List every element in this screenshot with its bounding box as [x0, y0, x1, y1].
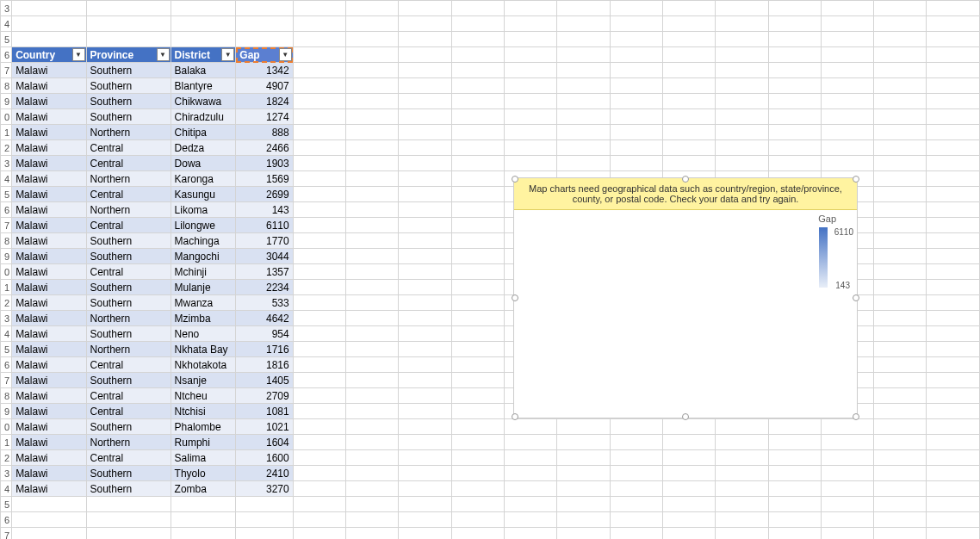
empty-cell[interactable] [927, 32, 980, 47]
data-cell[interactable]: Malawi [12, 218, 86, 233]
data-cell[interactable]: Malawi [12, 404, 86, 419]
empty-cell[interactable] [874, 528, 927, 540]
empty-cell[interactable] [504, 63, 556, 78]
empty-cell[interactable] [557, 481, 610, 497]
empty-cell[interactable] [86, 16, 171, 32]
empty-cell[interactable] [346, 342, 399, 357]
empty-cell[interactable] [927, 528, 980, 540]
empty-cell[interactable] [504, 497, 556, 512]
empty-cell[interactable] [662, 94, 715, 109]
data-cell[interactable]: 1081 [236, 404, 293, 419]
empty-cell[interactable] [346, 373, 399, 388]
empty-cell[interactable] [346, 187, 399, 202]
empty-cell[interactable] [12, 32, 86, 47]
empty-cell[interactable] [346, 156, 399, 171]
empty-cell[interactable] [399, 202, 451, 218]
empty-cell[interactable] [768, 16, 821, 32]
empty-cell[interactable] [768, 419, 821, 435]
empty-cell[interactable] [399, 1, 451, 16]
empty-cell[interactable] [504, 109, 556, 125]
data-cell[interactable]: Central [86, 404, 171, 419]
empty-cell[interactable] [451, 94, 504, 109]
empty-cell[interactable] [874, 125, 927, 140]
empty-cell[interactable] [399, 280, 451, 295]
empty-cell[interactable] [927, 311, 980, 326]
empty-cell[interactable] [236, 1, 293, 16]
empty-cell[interactable] [610, 419, 662, 435]
empty-cell[interactable] [662, 481, 715, 497]
empty-cell[interactable] [821, 497, 873, 512]
empty-cell[interactable] [399, 187, 451, 202]
empty-cell[interactable] [346, 326, 399, 342]
empty-cell[interactable] [927, 497, 980, 512]
empty-cell[interactable] [662, 497, 715, 512]
empty-cell[interactable] [821, 512, 873, 528]
empty-cell[interactable] [927, 264, 980, 280]
column-header-gap[interactable]: Gap▼ [236, 47, 293, 63]
empty-cell[interactable] [399, 156, 451, 171]
empty-cell[interactable] [293, 16, 345, 32]
empty-cell[interactable] [399, 249, 451, 264]
empty-cell[interactable] [346, 528, 399, 540]
data-cell[interactable]: 1405 [236, 373, 293, 388]
empty-cell[interactable] [293, 171, 345, 187]
empty-cell[interactable] [504, 16, 556, 32]
empty-cell[interactable] [293, 47, 345, 63]
data-cell[interactable]: Southern [86, 466, 171, 481]
empty-cell[interactable] [293, 32, 345, 47]
data-cell[interactable]: 888 [236, 125, 293, 140]
empty-cell[interactable] [12, 512, 86, 528]
empty-cell[interactable] [557, 32, 610, 47]
data-cell[interactable]: Malawi [12, 94, 86, 109]
data-cell[interactable]: Malawi [12, 326, 86, 342]
data-cell[interactable]: Salima [171, 450, 236, 466]
data-cell[interactable]: Chikwawa [171, 94, 236, 109]
empty-cell[interactable] [293, 435, 345, 450]
empty-cell[interactable] [874, 249, 927, 264]
empty-cell[interactable] [768, 1, 821, 16]
empty-cell[interactable] [557, 125, 610, 140]
empty-cell[interactable] [346, 466, 399, 481]
data-cell[interactable]: Southern [86, 109, 171, 125]
empty-cell[interactable] [346, 16, 399, 32]
empty-cell[interactable] [610, 47, 662, 63]
empty-cell[interactable] [716, 32, 768, 47]
data-cell[interactable]: Chitipa [171, 125, 236, 140]
empty-cell[interactable] [293, 450, 345, 466]
empty-cell[interactable] [451, 233, 504, 249]
empty-cell[interactable] [399, 373, 451, 388]
empty-cell[interactable] [610, 528, 662, 540]
data-cell[interactable]: Balaka [171, 63, 236, 78]
empty-cell[interactable] [768, 63, 821, 78]
empty-cell[interactable] [293, 218, 345, 233]
empty-cell[interactable] [610, 63, 662, 78]
data-cell[interactable]: 3270 [236, 481, 293, 497]
empty-cell[interactable] [927, 109, 980, 125]
data-cell[interactable]: Malawi [12, 78, 86, 94]
empty-cell[interactable] [504, 528, 556, 540]
empty-cell[interactable] [293, 249, 345, 264]
empty-cell[interactable] [451, 202, 504, 218]
empty-cell[interactable] [716, 481, 768, 497]
data-cell[interactable]: 1770 [236, 233, 293, 249]
data-cell[interactable]: 1357 [236, 264, 293, 280]
data-cell[interactable]: Central [86, 156, 171, 171]
data-cell[interactable]: Thyolo [171, 466, 236, 481]
empty-cell[interactable] [557, 497, 610, 512]
data-cell[interactable]: Malawi [12, 450, 86, 466]
empty-cell[interactable] [399, 450, 451, 466]
column-header-district[interactable]: District▼ [171, 47, 236, 63]
empty-cell[interactable] [346, 47, 399, 63]
empty-cell[interactable] [874, 481, 927, 497]
empty-cell[interactable] [927, 249, 980, 264]
empty-cell[interactable] [927, 202, 980, 218]
data-cell[interactable]: Malawi [12, 233, 86, 249]
empty-cell[interactable] [504, 450, 556, 466]
empty-cell[interactable] [399, 342, 451, 357]
empty-cell[interactable] [504, 419, 556, 435]
empty-cell[interactable] [86, 512, 171, 528]
data-cell[interactable]: Malawi [12, 388, 86, 404]
empty-cell[interactable] [927, 171, 980, 187]
data-cell[interactable]: 1816 [236, 357, 293, 373]
empty-cell[interactable] [293, 233, 345, 249]
